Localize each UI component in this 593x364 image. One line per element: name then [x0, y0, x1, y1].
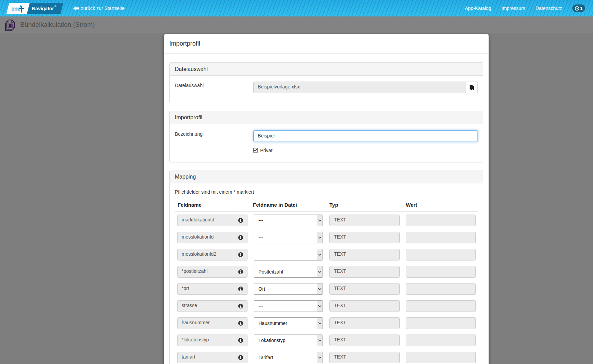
svg-text:®: ®	[55, 5, 57, 8]
svg-text:Navigator: Navigator	[32, 6, 54, 11]
svg-text:ene: ene	[11, 6, 21, 12]
